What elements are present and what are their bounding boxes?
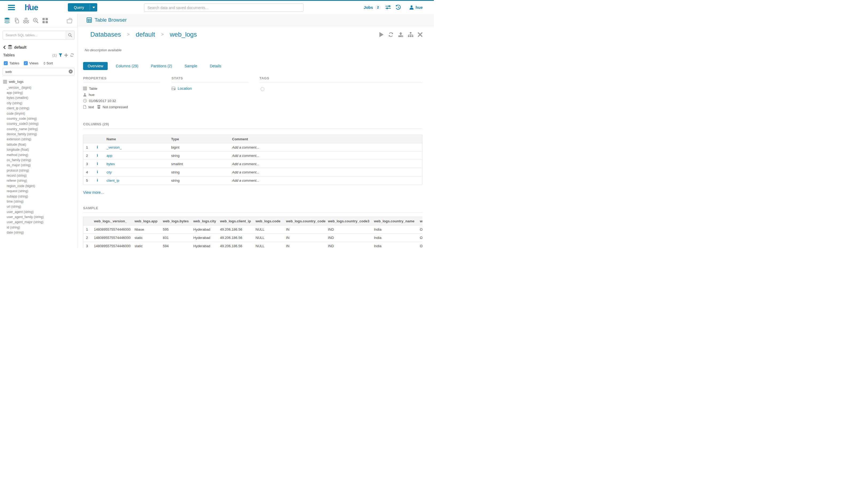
global-search-input[interactable] xyxy=(144,3,303,12)
jobs-link[interactable]: Jobs 2 xyxy=(364,5,381,10)
tree-column-item[interactable]: country_code (string) xyxy=(0,116,77,121)
tree-column-item[interactable]: method (string) xyxy=(0,152,77,157)
tree-column-item[interactable]: date (string) xyxy=(0,230,77,235)
view-more-link[interactable]: View more... xyxy=(83,190,104,195)
query-play-icon[interactable] xyxy=(379,32,384,37)
column-name-link[interactable]: client_ip xyxy=(107,179,120,183)
table-filter-input[interactable] xyxy=(3,68,75,75)
tree-column-item[interactable]: code (tinyint) xyxy=(0,111,77,116)
table-filter: ✕ xyxy=(3,68,75,75)
info-icon[interactable]: i xyxy=(97,153,98,157)
column-comment-cell[interactable]: Add a comment... xyxy=(230,176,422,185)
tree-column-item[interactable]: subapp (string) xyxy=(0,194,77,199)
tree-column-item[interactable]: country_code3 (string) xyxy=(0,121,77,126)
tree-column-item[interactable]: latitude (float) xyxy=(0,142,77,147)
sql-database-icon[interactable] xyxy=(4,18,10,24)
tree-column-item[interactable]: _version_ (bigint) xyxy=(0,85,77,90)
documents-icon[interactable] xyxy=(14,18,19,24)
breadcrumb-item-default[interactable]: default xyxy=(136,31,155,38)
column-comment-cell[interactable]: Add a comment... xyxy=(230,160,422,168)
tree-column-item[interactable]: os_family (string) xyxy=(0,157,77,162)
add-table-icon[interactable] xyxy=(64,53,68,57)
history-icon[interactable] xyxy=(395,5,401,10)
tree-table-web-logs[interactable]: web_logs xyxy=(0,79,77,84)
refresh-table-icon[interactable] xyxy=(388,32,394,37)
current-database-name[interactable]: default xyxy=(14,45,27,49)
sort-control[interactable]: Sort xyxy=(43,61,53,65)
query-dropdown-caret[interactable] xyxy=(90,3,97,12)
database-breadcrumb-row[interactable]: default xyxy=(3,45,74,49)
property-format: text Not compressed xyxy=(83,105,161,109)
tree-column-item[interactable]: request (string) xyxy=(0,189,77,194)
tree-column-item[interactable]: client_ip (string) xyxy=(0,106,77,111)
views-checkbox-label[interactable]: Views xyxy=(29,61,38,65)
user-menu[interactable]: hue xyxy=(409,5,423,10)
apps-grid-icon[interactable] xyxy=(43,18,48,23)
column-comment-cell[interactable]: Add a comment... xyxy=(230,152,422,160)
tree-column-item[interactable]: referer (string) xyxy=(0,178,77,183)
column-name-link[interactable]: bytes xyxy=(107,162,115,166)
search-zoom-icon[interactable] xyxy=(33,18,39,24)
info-icon[interactable]: i xyxy=(97,145,98,149)
column-name-link[interactable]: app xyxy=(107,154,112,158)
tables-section-header: Tables (1) xyxy=(3,53,74,57)
info-icon[interactable]: i xyxy=(97,170,98,174)
column-name-link[interactable]: _version_ xyxy=(107,145,122,150)
hamburger-menu-icon[interactable] xyxy=(8,4,15,11)
tree-column-item[interactable]: user_agent_family (string) xyxy=(0,214,77,219)
breadcrumb-item-web_logs[interactable]: web_logs xyxy=(170,31,197,38)
tree-column-item[interactable]: city (string) xyxy=(0,100,77,106)
query-button-label[interactable]: Query xyxy=(68,3,90,12)
hue-logo[interactable]: hue xyxy=(25,3,38,12)
sidebar-search-button[interactable] xyxy=(66,31,74,39)
sample-table-header: web_logs.country_code3 xyxy=(326,217,372,225)
column-name-link[interactable]: city xyxy=(107,170,112,174)
breadcrumb-item-databases[interactable]: Databases xyxy=(90,31,121,38)
tree-column-item[interactable]: time (string) xyxy=(0,199,77,204)
tables-checkbox[interactable]: ✓ xyxy=(4,61,8,65)
tab-details[interactable]: Details xyxy=(205,62,226,70)
filter-funnel-icon[interactable] xyxy=(59,53,62,57)
location-link[interactable]: Location xyxy=(172,86,249,91)
tree-column-item[interactable]: region_code (bigint) xyxy=(0,183,77,188)
tab-partitions-2[interactable]: Partitions (2) xyxy=(146,62,176,70)
tab-columns-29[interactable]: Columns (29) xyxy=(111,62,143,70)
tree-column-item[interactable]: record (string) xyxy=(0,173,77,178)
column-comment-cell[interactable]: Add a comment... xyxy=(230,168,422,176)
tab-overview[interactable]: Overview xyxy=(83,62,108,70)
close-icon[interactable] xyxy=(418,32,422,37)
refresh-icon[interactable] xyxy=(70,53,74,57)
table-description[interactable]: No description available xyxy=(85,48,422,52)
tree-column-item[interactable]: bytes (smallint) xyxy=(0,95,77,100)
sitemap-icon[interactable] xyxy=(408,32,413,37)
views-checkbox[interactable]: ✓ xyxy=(24,61,28,65)
tree-column-item[interactable]: os_major (string) xyxy=(0,163,77,168)
tabs: OverviewColumns (29)Partitions (2)Sample… xyxy=(83,62,422,70)
tree-column-item[interactable]: extension (string) xyxy=(0,137,77,142)
tables-checkbox-label[interactable]: Tables xyxy=(9,61,19,65)
clear-filter-icon[interactable]: ✕ xyxy=(69,69,73,74)
tree-column-item[interactable]: id (string) xyxy=(0,225,77,230)
tab-sample[interactable]: Sample xyxy=(180,62,202,70)
tree-column-item[interactable]: user_agent_major (string) xyxy=(0,220,77,225)
tree-table-name[interactable]: web_logs xyxy=(9,80,23,84)
info-icon[interactable]: i xyxy=(97,178,98,182)
column-comment-cell[interactable]: Add a comment... xyxy=(230,143,422,152)
query-button[interactable]: Query xyxy=(68,3,97,12)
tree-column-item[interactable]: user_agent (string) xyxy=(0,209,77,214)
tree-column-item[interactable]: protocol (string) xyxy=(0,168,77,173)
sql-tables-search-input[interactable] xyxy=(3,31,66,39)
cubes-icon[interactable] xyxy=(23,18,29,24)
jobs-label[interactable]: Jobs xyxy=(364,5,373,10)
tree-column-item[interactable]: app (string) xyxy=(0,90,77,95)
tree-column-item[interactable]: device_family (string) xyxy=(0,131,77,137)
tree-column-item[interactable]: url (string) xyxy=(0,204,77,209)
sample-cell: 49.206.186.56 xyxy=(218,234,253,242)
tree-column-item[interactable]: longitude (float) xyxy=(0,147,77,152)
import-icon[interactable] xyxy=(398,32,404,37)
info-icon[interactable]: i xyxy=(97,162,98,166)
folder-documents-icon[interactable] xyxy=(66,18,73,24)
tags-column: TAGS xyxy=(259,76,422,111)
sliders-icon[interactable] xyxy=(385,5,391,10)
tree-column-item[interactable]: country_name (string) xyxy=(0,126,77,131)
